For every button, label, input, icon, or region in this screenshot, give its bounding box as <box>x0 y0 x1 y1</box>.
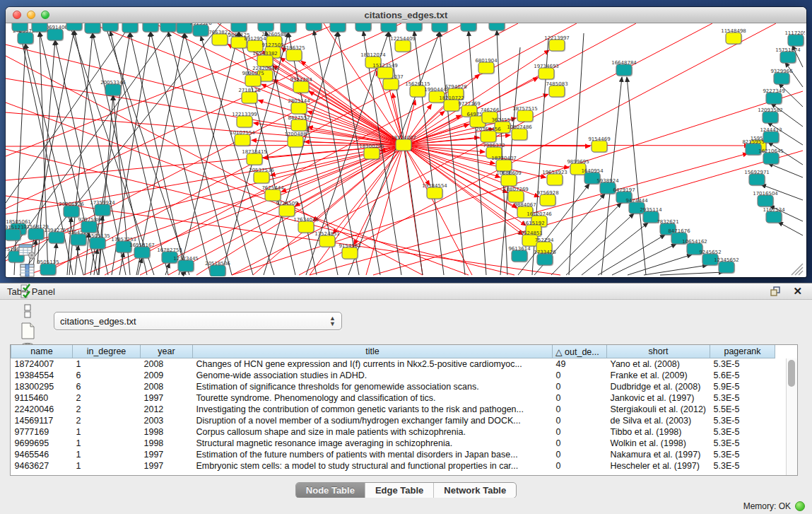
graph-node[interactable]: 20206526 <box>59 201 84 218</box>
table-cell[interactable]: Nakamura et al. (1997) <box>607 449 710 460</box>
table-cell[interactable]: 0 <box>553 381 607 392</box>
table-row[interactable]: 911546021997Tourette syndrome. Phenomeno… <box>11 392 775 404</box>
column-header-year[interactable]: year <box>141 345 193 358</box>
graph-node[interactable]: 7515526 <box>189 23 212 37</box>
graph-node[interactable]: 10807486 <box>507 124 532 141</box>
column-header-short[interactable]: short <box>607 345 710 358</box>
tab-edge-table[interactable]: Edge Table <box>365 483 434 498</box>
table-cell[interactable]: 18300295 <box>11 381 73 392</box>
table-cell[interactable]: 5.3E-5 <box>710 460 775 472</box>
table-cell[interactable]: 5.3E-5 <box>710 358 775 370</box>
new-table-icon[interactable] <box>17 321 38 341</box>
table-cell[interactable]: Corpus callosum shape and size in male p… <box>193 426 553 438</box>
graph-node[interactable]: 6801904 <box>475 58 498 75</box>
graph-node[interactable]: 12254409 <box>390 36 416 53</box>
table-cell[interactable]: Tourette syndrome. Phenomenology and cla… <box>193 392 553 404</box>
table-cell[interactable]: 0 <box>553 449 607 460</box>
graph-node[interactable]: 9613614 <box>508 246 531 263</box>
table-cell[interactable]: 1 <box>73 358 141 370</box>
tab-node-table[interactable]: Node Table <box>296 483 365 498</box>
table-cell[interactable]: Changes of HCN gene expression and I(f) … <box>193 358 553 370</box>
table-cell[interactable]: 0 <box>553 426 607 438</box>
network-graph[interactable]: 1872400718322037156261151990444867940281… <box>6 23 805 276</box>
graph-node[interactable]: 8313054 <box>377 23 400 33</box>
table-cell[interactable]: 1 <box>73 460 141 472</box>
table-row[interactable]: 1872400712008Changes of HCN gene express… <box>11 358 775 370</box>
graph-node[interactable]: 9505287 <box>119 23 141 33</box>
table-cell[interactable]: 5.6E-5 <box>710 370 775 381</box>
graph-node[interactable]: 8427552 <box>288 115 310 132</box>
graph-node[interactable]: 1700488 <box>284 132 306 148</box>
table-cell[interactable]: 2008 <box>141 358 193 370</box>
table-cell[interactable]: 0 <box>553 404 607 415</box>
graph-node[interactable]: 2718126 <box>238 88 261 105</box>
table-cell[interactable]: 1 <box>73 426 141 438</box>
table-scrollbar[interactable] <box>786 358 797 475</box>
table-cell[interactable]: Franke et al. (2009) <box>607 370 710 381</box>
graph-node[interactable]: 8186325 <box>283 45 305 62</box>
table-cell[interactable]: 49 <box>553 358 607 370</box>
graph-node[interactable]: 9227349 <box>763 88 784 105</box>
table-cell[interactable]: Wolkin et al. (1998) <box>607 438 710 449</box>
table-cell[interactable]: 9465546 <box>11 449 73 460</box>
graph-node[interactable]: 8466160 <box>352 23 374 32</box>
table-cell[interactable]: de Silva et al. (2003) <box>607 415 710 426</box>
table-cell[interactable]: 9777169 <box>11 426 73 438</box>
table-cell[interactable]: 5.3E-5 <box>710 438 775 449</box>
graph-node[interactable]: 9896075 <box>242 71 264 88</box>
table-cell[interactable]: Tibbo et al. (1998) <box>607 426 710 438</box>
table-cell[interactable]: 5.3E-5 <box>710 415 775 426</box>
table-cell[interactable]: 1997 <box>141 460 193 472</box>
table-settings-icon[interactable] <box>17 242 38 262</box>
table-cell[interactable]: 6 <box>73 370 141 381</box>
graph-node[interactable]: 14671355 <box>427 23 452 33</box>
table-cell[interactable]: 0 <box>553 460 607 472</box>
table-cell[interactable]: Hescheler et al. (1997) <box>607 460 710 472</box>
graph-node[interactable]: 9324284 <box>290 77 312 94</box>
column-header-out_de[interactable]: △ out_de... <box>553 345 607 358</box>
graph-node[interactable]: 7485083 <box>546 81 567 98</box>
table-cell[interactable]: Stergiakouli et al. (2012) <box>607 404 710 415</box>
column-header-pagerank[interactable]: pagerank <box>710 345 775 358</box>
table-cell[interactable]: Genome-wide association studies in ADHD. <box>193 370 553 381</box>
table-cell[interactable]: Dudbridge et al. (2008) <box>607 381 710 392</box>
table-cell[interactable]: 5.5E-5 <box>710 404 775 415</box>
table-cell[interactable]: 2012 <box>141 404 193 415</box>
table-row[interactable]: 1938455462009Genome-wide association stu… <box>11 370 775 381</box>
graph-node[interactable]: 7625444 <box>261 185 284 202</box>
graph-node[interactable]: 10688609 <box>496 170 522 187</box>
graph-node[interactable]: 18757515 <box>512 106 538 123</box>
graph-node[interactable]: 1733426 <box>534 250 556 267</box>
table-cell[interactable]: 2003 <box>141 415 193 426</box>
graph-node[interactable]: 9756928 <box>536 190 558 207</box>
table-select-dropdown[interactable]: citations_edges.txt ▲▼ <box>54 312 342 330</box>
graph-node[interactable]: 1167534 <box>763 207 785 224</box>
row-height-icon[interactable] <box>17 301 38 321</box>
table-cell[interactable]: 1997 <box>141 392 193 404</box>
column-header-title[interactable]: title <box>193 345 553 358</box>
table-cell[interactable]: 2 <box>73 415 141 426</box>
table-cell[interactable]: 1 <box>73 449 141 460</box>
graph-node[interactable]: 3915123 <box>6 225 24 242</box>
table-cell[interactable]: Jankovic et al. (1997) <box>607 392 710 404</box>
table-cell[interactable]: 1998 <box>141 438 193 449</box>
table-cell[interactable]: 18724007 <box>11 358 73 370</box>
table-cell[interactable]: 19384554 <box>11 370 73 381</box>
table-cell[interactable]: 9699695 <box>11 438 73 449</box>
float-panel-icon[interactable] <box>770 286 782 296</box>
window-titlebar[interactable]: citations_edges.txt <box>6 7 806 23</box>
graph-node[interactable]: 19384554 <box>422 183 447 200</box>
table-cell[interactable]: 9115460 <box>11 392 73 404</box>
table-cell[interactable]: 1 <box>73 438 141 449</box>
table-row[interactable]: 977716911998Corpus callosum shape and si… <box>11 426 775 438</box>
table-cell[interactable]: Structural magnetic resonance image aver… <box>193 438 553 449</box>
graph-node[interactable]: 15123540 <box>301 23 326 31</box>
table-cell[interactable]: Investigating the contribution of common… <box>193 404 553 415</box>
table-cell[interactable]: 2 <box>73 392 141 404</box>
table-cell[interactable]: Embryonic stem cells: a model to study s… <box>193 460 553 472</box>
table-cell[interactable]: 2009 <box>141 370 193 381</box>
graph-node[interactable]: 2803144 <box>288 98 310 115</box>
table-row[interactable]: 2242004622012Investigating the contribut… <box>11 404 775 415</box>
table-cell[interactable]: Estimation of the future numbers of pati… <box>193 449 553 460</box>
table-cell[interactable]: Yano et al. (2008) <box>607 358 710 370</box>
